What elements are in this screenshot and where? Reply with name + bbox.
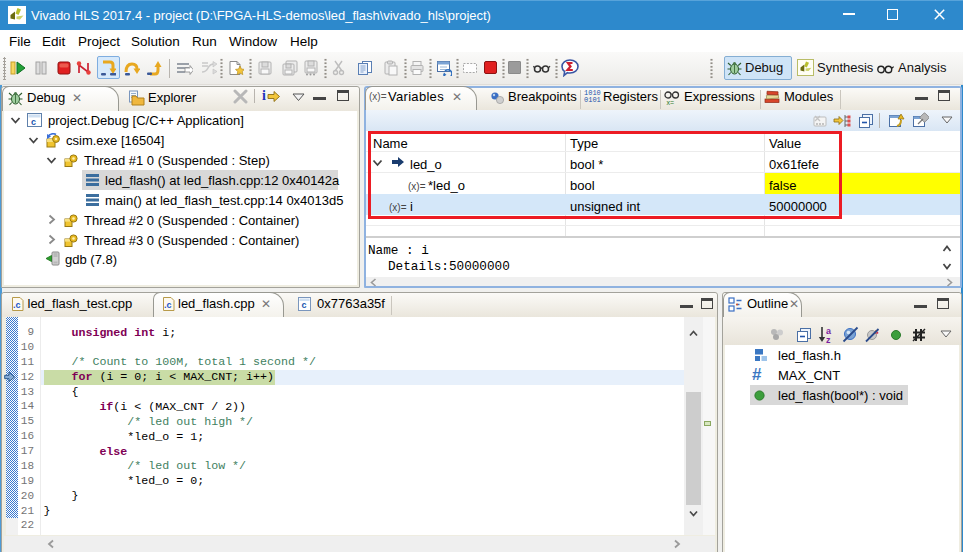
svg-text:.c: .c	[164, 300, 172, 310]
svg-text:c: c	[31, 117, 36, 127]
svg-text:c: c	[302, 300, 307, 310]
svg-text:.c: .c	[13, 300, 21, 310]
svg-text:x=: x=	[667, 99, 675, 106]
svg-text:z: z	[826, 335, 831, 344]
